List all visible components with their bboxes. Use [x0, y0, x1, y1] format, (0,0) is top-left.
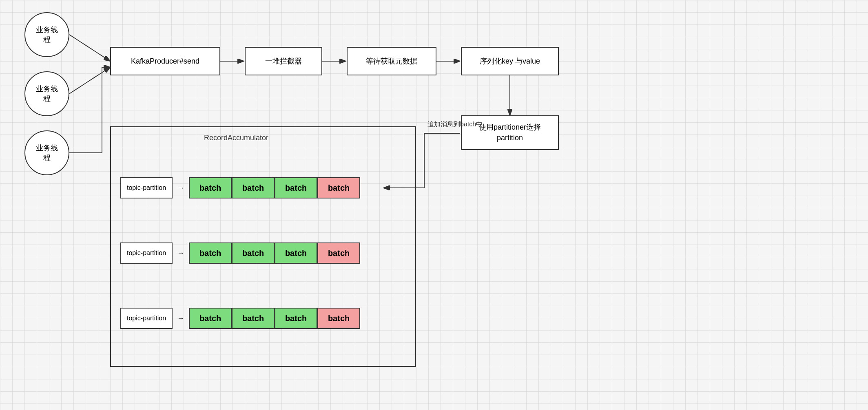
batch-box-1-3: batch [275, 177, 317, 198]
arrow-tp1: → [173, 177, 189, 198]
batch-box-3-4: batch [317, 308, 360, 329]
batch-row-2: topic-partition → batch batch batch batc… [120, 242, 360, 264]
diagram-container: 业务线 程 业务线 程 业务线 程 KafkaProducer#send 一堆拦… [0, 0, 868, 410]
svg-line-2 [69, 67, 110, 94]
interceptors-box: 一堆拦截器 [245, 47, 322, 75]
serialize-box: 序列化key 与value [461, 47, 559, 75]
topic-partition-label-3: topic-partition [120, 308, 173, 329]
circle-business-thread-2: 业务线 程 [24, 71, 69, 116]
wait-metadata-box: 等待获取元数据 [347, 47, 436, 75]
circle-business-thread-3: 业务线 程 [24, 130, 69, 175]
arrow-tp2: → [173, 242, 189, 264]
batch-box-2-3: batch [275, 242, 317, 264]
kafka-producer-send-box: KafkaProducer#send [110, 47, 220, 75]
batch-box-3-3: batch [275, 308, 317, 329]
arrow-tp3: → [173, 308, 189, 329]
batch-box-2-4: batch [317, 242, 360, 264]
topic-partition-label-2: topic-partition [120, 242, 173, 264]
svg-line-1 [69, 35, 110, 61]
batch-box-3-2: batch [232, 308, 275, 329]
add-message-label: 追加消息到batch中 [427, 120, 483, 129]
batch-box-1-2: batch [232, 177, 275, 198]
batch-box-1-1: batch [189, 177, 232, 198]
circle-business-thread-1: 业务线 程 [24, 12, 69, 57]
batch-row-3: topic-partition → batch batch batch batc… [120, 308, 360, 329]
batch-box-3-1: batch [189, 308, 232, 329]
topic-partition-label-1: topic-partition [120, 177, 173, 198]
batch-box-2-2: batch [232, 242, 275, 264]
batch-row-1: topic-partition → batch batch batch batc… [120, 177, 360, 198]
batch-box-1-4: batch [317, 177, 360, 198]
record-accumulator-label: RecordAccumulator [204, 134, 268, 142]
batch-box-2-1: batch [189, 242, 232, 264]
